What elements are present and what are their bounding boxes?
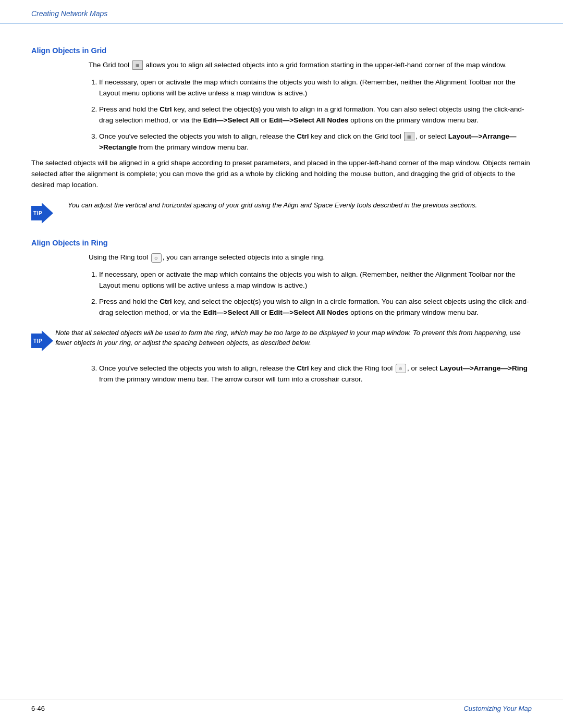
- grid-tool-icon: ▦: [132, 60, 143, 70]
- section-ring-heading: Align Objects in Ring: [31, 239, 532, 247]
- section-grid-heading: Align Objects in Grid: [31, 46, 532, 55]
- section-grid-steps: If necessary, open or activate the map w…: [89, 77, 532, 153]
- section-grid: Align Objects in Grid The Grid tool ▦ al…: [31, 46, 532, 226]
- page: Creating Network Maps Align Objects in G…: [0, 0, 563, 728]
- tip-text-grid: You can adjust the vertical and horizont…: [68, 200, 477, 211]
- grid-step-3: Once you've selected the objects you wis…: [99, 131, 532, 153]
- footer-page-number: 6-46: [31, 705, 45, 712]
- section-ring: Align Objects in Ring Using the Ring too…: [31, 239, 532, 385]
- ring-step-3: Once you've selected the objects you wis…: [99, 363, 532, 385]
- footer-chapter-title: Customizing Your Map: [463, 705, 532, 712]
- section-grid-intro: The Grid tool ▦ allows you to align all …: [89, 60, 532, 71]
- ring-tool-icon-2: ⊙: [396, 364, 406, 373]
- tip-arrow-grid: TIP: [31, 203, 53, 224]
- tip-arrow-ring: TIP: [31, 330, 53, 351]
- tip-text-ring: Note that all selected objects will be u…: [55, 328, 532, 348]
- tip-icon-grid: TIP: [31, 200, 68, 226]
- tip-box-ring: TIP Note that all selected objects will …: [31, 328, 532, 354]
- section-ring-steps: If necessary, open or activate the map w…: [89, 269, 532, 318]
- tip-word-ring: TIP: [33, 338, 42, 343]
- tip-arrow-body-grid: TIP: [31, 206, 42, 220]
- section-ring-step3-list: Once you've selected the objects you wis…: [89, 363, 532, 385]
- grid-tool-icon-2: ▦: [404, 132, 414, 141]
- ring-step-1: If necessary, open or activate the map w…: [99, 269, 532, 291]
- grid-step-2: Press and hold the Ctrl key, and select …: [99, 104, 532, 126]
- header: Creating Network Maps: [0, 0, 563, 23]
- header-title: Creating Network Maps: [31, 9, 107, 18]
- tip-box-grid: TIP You can adjust the vertical and hori…: [31, 200, 532, 226]
- tip-arrow-body-ring: TIP: [31, 334, 42, 348]
- tip-word-grid: TIP: [33, 211, 42, 216]
- tip-icon-ring: TIP: [31, 328, 55, 354]
- footer: 6-46 Customizing Your Map: [0, 699, 563, 712]
- grid-step-1: If necessary, open or activate the map w…: [99, 77, 532, 99]
- ring-step-2: Press and hold the Ctrl key, and select …: [99, 297, 532, 318]
- tip-arrow-point-ring: [42, 330, 53, 351]
- content: Align Objects in Grid The Grid tool ▦ al…: [0, 23, 563, 422]
- section-ring-intro: Using the Ring tool ⊙, you can arrange s…: [89, 252, 532, 263]
- ring-tool-icon: ⊙: [151, 253, 162, 263]
- tip-arrow-point-grid: [42, 203, 53, 224]
- grid-body-para: The selected objects will be aligned in …: [31, 158, 532, 191]
